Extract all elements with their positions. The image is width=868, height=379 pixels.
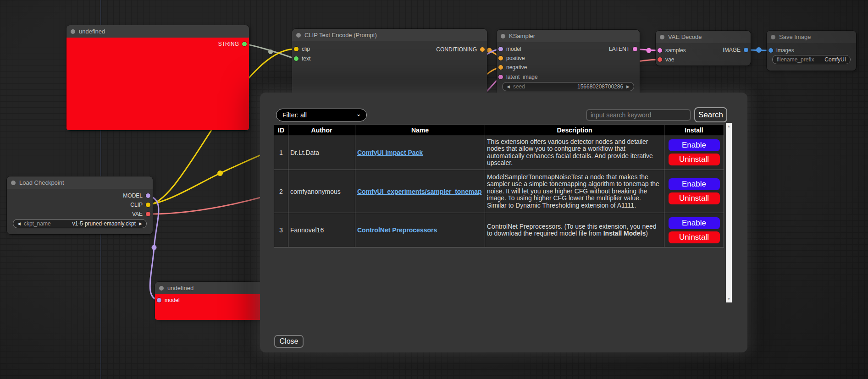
output-slot-image[interactable]: IMAGE <box>723 47 748 53</box>
input-slot-samples[interactable]: samples <box>658 47 686 54</box>
enable-button[interactable]: Enable <box>669 139 720 151</box>
input-slot-negative[interactable]: negative <box>498 64 527 71</box>
model-output-dot-icon[interactable] <box>146 193 150 198</box>
node-vae-decode[interactable]: VAE Decode samples vae IMAGE <box>656 31 751 66</box>
slot-label: samples <box>665 47 686 54</box>
node-undefined-top[interactable]: undefined STRING <box>66 25 249 130</box>
output-slot-vae[interactable]: VAE <box>132 211 150 217</box>
model-input-dot-icon[interactable] <box>498 47 503 51</box>
vae-input-dot-icon[interactable] <box>658 57 662 62</box>
node-title-bar[interactable]: CLIP Text Encode (Prompt) <box>292 29 487 41</box>
table-row: 3Fannovel16ControlNet PreprocessorsContr… <box>274 213 724 247</box>
model-input-dot-icon[interactable] <box>157 298 161 302</box>
scroll-down-icon[interactable]: ▼ <box>726 297 732 301</box>
latent-output-dot-icon[interactable] <box>633 47 637 51</box>
scroll-up-icon[interactable]: ▲ <box>726 124 732 128</box>
enable-button[interactable]: Enable <box>669 178 720 190</box>
extension-name-link[interactable]: ComfyUI Impact Pack <box>357 149 423 156</box>
images-input-dot-icon[interactable] <box>768 48 773 53</box>
slot-label: LATENT <box>609 46 630 52</box>
header-author: Author <box>288 125 355 135</box>
input-slot-text[interactable]: text <box>294 55 310 62</box>
header-name: Name <box>355 125 485 135</box>
table-row: 1Dr.Lt.DataComfyUI Impact PackThis exten… <box>274 135 724 170</box>
name-cell: ComfyUI Impact Pack <box>355 135 485 170</box>
decrement-arrow-icon[interactable]: ◀ <box>507 85 510 89</box>
node-clip-text-encode[interactable]: CLIP Text Encode (Prompt) clip text COND… <box>292 29 487 96</box>
output-slot-latent[interactable]: LATENT <box>609 46 637 52</box>
slot-label: vae <box>665 56 674 63</box>
collapse-dot-icon[interactable] <box>11 181 16 185</box>
node-save-image[interactable]: Save Image images filename_prefix ComfyU… <box>767 31 856 71</box>
ckpt-name-widget[interactable]: ◀ ckpt_name v1-5-pruned-emaonly.ckpt ▶ <box>13 219 147 228</box>
extension-table: ID Author Name Description Install 1Dr.L… <box>274 125 724 247</box>
samples-input-dot-icon[interactable] <box>658 48 662 53</box>
previous-arrow-icon[interactable]: ◀ <box>17 222 21 226</box>
input-slot-images[interactable]: images <box>768 47 794 54</box>
collapse-dot-icon[interactable] <box>71 29 75 34</box>
seed-widget[interactable]: ◀ seed 156680208700286 ▶ <box>502 82 634 91</box>
search-button[interactable]: Search <box>694 107 727 122</box>
enable-button[interactable]: Enable <box>669 217 720 229</box>
output-slot-string[interactable]: STRING <box>218 41 247 47</box>
collapse-dot-icon[interactable] <box>296 33 301 38</box>
vae-output-dot-icon[interactable] <box>146 212 150 216</box>
table-scrollbar[interactable]: ▲ ▼ <box>726 123 732 302</box>
filename-prefix-widget[interactable]: filename_prefix ComfyUI <box>772 55 851 64</box>
install-cell: EnableUninstall <box>664 170 724 213</box>
node-ksampler[interactable]: KSampler model positive negative latent_… <box>497 30 640 97</box>
input-slot-positive[interactable]: positive <box>498 55 525 61</box>
node-title-bar[interactable]: Load Checkpoint <box>7 176 153 189</box>
slot-label: model <box>165 297 180 303</box>
next-arrow-icon[interactable]: ▶ <box>139 222 142 226</box>
node-title-bar[interactable]: undefined <box>66 25 249 38</box>
output-slot-conditioning[interactable]: CONDITIONING <box>436 46 485 53</box>
filter-select[interactable]: Filter: all <box>276 109 367 121</box>
positive-input-dot-icon[interactable] <box>498 56 503 60</box>
collapse-dot-icon[interactable] <box>501 34 505 38</box>
slot-label: negative <box>506 64 527 71</box>
description-text: This extension offers various detector n… <box>487 138 653 167</box>
search-input[interactable] <box>586 109 691 121</box>
image-output-dot-icon[interactable] <box>744 48 748 52</box>
widget-value: v1-5-pruned-emaonly.ckpt <box>72 220 136 227</box>
extension-name-link[interactable]: ComfyUI_experiments/sampler_tonemap <box>357 188 482 195</box>
uninstall-button[interactable]: Uninstall <box>669 192 720 204</box>
slot-label: model <box>506 46 521 52</box>
extension-name-link[interactable]: ControlNet Preprocessors <box>357 226 437 234</box>
clip-input-dot-icon[interactable] <box>294 47 299 51</box>
widget-name: seed <box>513 83 525 90</box>
negative-input-dot-icon[interactable] <box>498 65 503 70</box>
id-cell: 3 <box>274 213 288 247</box>
conditioning-output-dot-icon[interactable] <box>480 47 485 52</box>
latent-input-dot-icon[interactable] <box>498 75 503 79</box>
slot-label: IMAGE <box>723 47 741 53</box>
uninstall-button[interactable]: Uninstall <box>669 154 720 165</box>
node-title: KSampler <box>509 33 535 39</box>
input-slot-model[interactable]: model <box>157 297 180 303</box>
node-load-checkpoint[interactable]: Load Checkpoint MODEL CLIP VAE ◀ ckpt_na… <box>7 176 153 234</box>
node-title-bar[interactable]: KSampler <box>497 30 640 42</box>
output-slot-clip[interactable]: CLIP <box>130 202 150 208</box>
collapse-dot-icon[interactable] <box>159 286 164 291</box>
node-title-bar[interactable]: Save Image <box>767 31 856 43</box>
slot-label: positive <box>506 55 525 61</box>
text-input-dot-icon[interactable] <box>294 56 299 61</box>
collapse-dot-icon[interactable] <box>771 35 775 39</box>
node-title-bar[interactable]: VAE Decode <box>656 31 751 43</box>
input-slot-vae[interactable]: vae <box>658 56 674 63</box>
node-title: undefined <box>79 28 105 35</box>
input-slot-latent-image[interactable]: latent_image <box>498 74 538 80</box>
string-output-dot-icon[interactable] <box>242 42 247 46</box>
close-button[interactable]: Close <box>274 335 304 348</box>
output-slot-model[interactable]: MODEL <box>123 192 150 199</box>
clip-output-dot-icon[interactable] <box>146 203 150 207</box>
input-slot-model[interactable]: model <box>498 46 521 52</box>
uninstall-button[interactable]: Uninstall <box>669 231 720 243</box>
input-slot-clip[interactable]: clip <box>294 46 310 52</box>
name-cell: ControlNet Preprocessors <box>355 213 485 247</box>
slot-label: STRING <box>218 41 239 47</box>
increment-arrow-icon[interactable]: ▶ <box>626 85 630 89</box>
collapse-dot-icon[interactable] <box>660 35 664 39</box>
node-body-error <box>66 38 249 130</box>
